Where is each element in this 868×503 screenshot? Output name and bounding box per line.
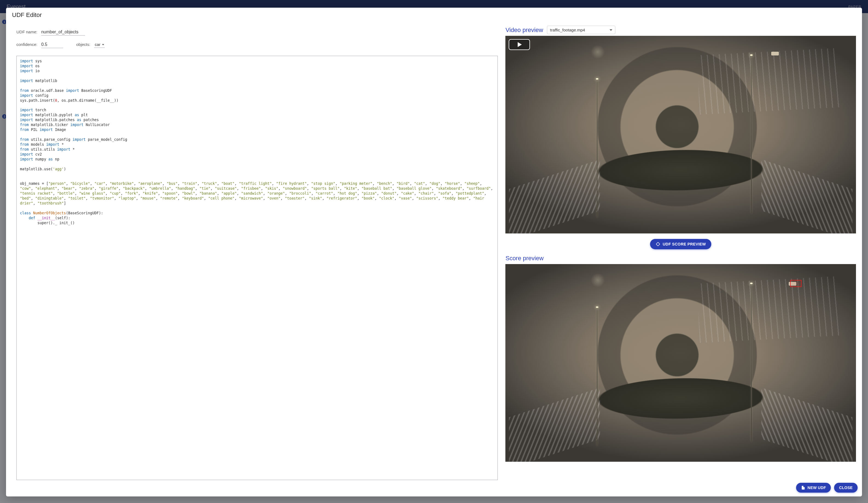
score-preview-frame: [505, 264, 856, 462]
modal-header: UDF Editor: [6, 8, 862, 20]
udf-name-label: UDF name:: [17, 30, 38, 34]
lamp-post: [751, 55, 752, 213]
vehicle: [771, 52, 779, 55]
confidence-label: confidence:: [17, 42, 38, 47]
video-preview-header: Video preview traffic_footage.mp4: [505, 26, 856, 34]
file-icon: [801, 485, 805, 490]
objects-select[interactable]: car: [94, 42, 105, 48]
udf-name-row: UDF name:: [17, 29, 494, 35]
video-preview-frame[interactable]: [505, 36, 856, 233]
play-icon: [518, 42, 522, 47]
udf-score-preview-label: UDF SCORE PREVIEW: [663, 242, 706, 246]
modal-footer: NEW UDF CLOSE: [6, 480, 862, 496]
score-button-row: UDF SCORE PREVIEW: [505, 239, 856, 249]
close-button[interactable]: CLOSE: [834, 483, 858, 493]
light-glow: [590, 272, 606, 289]
detection-bounding-box: [790, 280, 802, 287]
udf-editor-modal: UDF Editor UDF name: confidence: objects…: [6, 8, 862, 496]
confidence-input[interactable]: [41, 42, 63, 48]
new-udf-label: NEW UDF: [808, 485, 826, 490]
video-select-dropdown[interactable]: traffic_footage.mp4: [547, 26, 615, 34]
udf-score-preview-button[interactable]: UDF SCORE PREVIEW: [650, 239, 711, 249]
chevron-down-icon: [610, 29, 612, 31]
objects-select-value: car: [95, 42, 100, 47]
lamp-post: [597, 307, 598, 446]
lamp-post: [597, 79, 598, 218]
video-preview-title: Video preview: [505, 27, 543, 34]
udf-name-input[interactable]: [41, 29, 85, 35]
close-label: CLOSE: [839, 485, 853, 490]
video-select-value: traffic_footage.mp4: [550, 28, 585, 32]
params-row: confidence: objects: car: [17, 42, 494, 48]
modal-body: UDF name: confidence: objects: car impor…: [6, 20, 862, 480]
road-markings: [697, 48, 840, 115]
light-glow: [590, 44, 606, 60]
target-icon: [655, 242, 660, 247]
modal-title: UDF Editor: [12, 11, 856, 19]
road-markings: [697, 276, 840, 343]
play-button[interactable]: [509, 39, 530, 50]
new-udf-button[interactable]: NEW UDF: [796, 483, 831, 493]
code-editor[interactable]: import sys import os import io import ma…: [17, 56, 498, 480]
svg-point-0: [657, 243, 660, 246]
editor-left-column: UDF name: confidence: objects: car impor…: [13, 26, 498, 480]
chevron-down-icon: [102, 44, 104, 45]
score-preview-title: Score preview: [505, 255, 856, 262]
preview-right-column: Video preview traffic_footage.mp4: [505, 26, 856, 480]
code-content: import sys import os import io import ma…: [20, 59, 494, 226]
objects-label: objects:: [76, 42, 91, 47]
lamp-post: [751, 284, 752, 442]
